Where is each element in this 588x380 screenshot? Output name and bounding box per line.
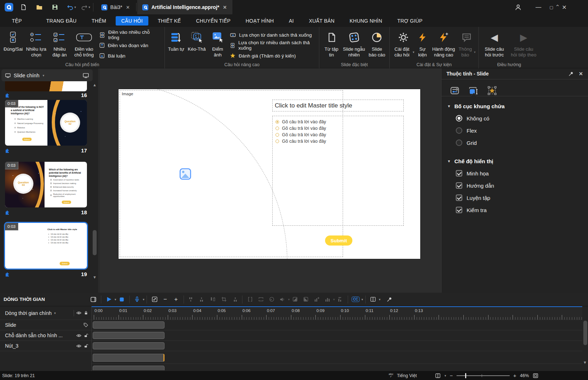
slide-thumbnail-19-selected[interactable]: 0:03 Click to edit Master title style Gõ… — [5, 223, 87, 269]
checkbox-icon[interactable] — [456, 194, 462, 201]
sidebar-scrollbar-thumb[interactable] — [93, 230, 97, 255]
document-tab-artificial-intelligence[interactable]: Artificial Intelligence.approj* ✕ — [137, 0, 232, 14]
master-slide-selector[interactable]: Slide chính ▾ — [1, 69, 93, 81]
radio-icon[interactable] — [456, 115, 462, 122]
save-icon[interactable] — [50, 2, 60, 13]
radio-icon[interactable] — [276, 127, 279, 130]
image-placeholder-icon[interactable] — [179, 168, 192, 180]
minimize-button[interactable]: — — [532, 2, 545, 12]
visibility-eye-icon[interactable] — [76, 343, 82, 349]
lock-icon[interactable] — [84, 311, 88, 315]
pin-icon[interactable] — [568, 71, 574, 77]
menu-hoat-hinh[interactable]: HOẠT HÌNH — [238, 16, 282, 26]
menu-tro-giup[interactable]: TRỢ GIÚP — [390, 16, 430, 26]
slide-thumbnail-16[interactable] — [5, 81, 87, 91]
new-document-icon[interactable] — [18, 2, 29, 13]
redo-caret-icon[interactable]: ▾ — [89, 5, 91, 9]
layout-option-none[interactable]: Không có — [456, 115, 588, 122]
sequence-button[interactable]: Tuần tự — [168, 30, 185, 52]
answer-option-2[interactable]: Gõ câu trả lời vào đây — [276, 125, 401, 132]
close-tab-icon[interactable]: ✕ — [125, 5, 131, 10]
radio-icon[interactable] — [276, 133, 279, 137]
display-option-tutorial[interactable]: Hướng dẫn — [456, 182, 588, 189]
display-option-demonstration[interactable]: Minh họa — [456, 170, 588, 177]
undo-caret-icon[interactable]: ▾ — [74, 5, 76, 9]
menu-them[interactable]: THÊM — [84, 16, 114, 26]
microphone-caret[interactable]: ▾ — [143, 298, 145, 301]
multiple-choice-button[interactable]: Nhiều lựa chọn — [25, 30, 47, 58]
unlock-icon[interactable] — [84, 333, 88, 338]
fit-to-window-icon[interactable] — [533, 373, 538, 379]
timeline-pin-icon[interactable] — [385, 295, 394, 304]
layout-option-flex[interactable]: Flex — [456, 127, 588, 134]
zoom-slider-handle[interactable] — [465, 373, 466, 378]
zoom-in-button[interactable]: + — [513, 372, 517, 379]
menu-thiet-ke[interactable]: THIẾT KẾ — [150, 16, 188, 26]
closed-caption-caret[interactable]: ▾ — [361, 298, 363, 301]
layout-option-grid[interactable]: Grid — [456, 139, 588, 146]
radio-icon[interactable] — [456, 139, 462, 146]
closed-caption-button[interactable]: CC — [351, 295, 360, 304]
document-tab-bai3[interactable]: Bài3* ✕ — [96, 0, 135, 14]
timeline-object-bar-selected[interactable] — [93, 354, 165, 362]
track-row-button3[interactable]: Nút_3 — [0, 341, 91, 351]
tab-interactivity[interactable] — [449, 85, 460, 96]
collapse-ribbon-icon[interactable]: ⌃ — [555, 4, 560, 10]
zoom-in-timeline-icon[interactable]: + — [171, 295, 181, 304]
slide-thumbnail-18[interactable]: 0:03 Question03 Which of the following a… — [5, 162, 87, 207]
checkbox-icon[interactable] — [456, 182, 462, 189]
collapse-triangle-icon[interactable]: ▼ — [447, 160, 451, 163]
scroll-down-icon[interactable]: ▼ — [93, 275, 97, 279]
visibility-eye-icon[interactable] — [76, 310, 82, 316]
timeline-object-bar[interactable] — [93, 366, 165, 370]
drag-drop-button[interactable]: Kéo-Thả — [186, 30, 208, 52]
fit-timeline-icon[interactable] — [150, 295, 159, 304]
visibility-eye-icon[interactable] — [76, 333, 82, 338]
display-icon[interactable] — [83, 72, 89, 79]
menu-trang-dau[interactable]: TRANG ĐẦU — [39, 16, 84, 26]
slide-editor[interactable]: Image Click to edit Master title style G… — [119, 89, 420, 259]
pan-zoom-caret[interactable]: ▾ — [379, 298, 381, 301]
menu-cau-hoi[interactable]: CÂU HỎI — [116, 16, 149, 26]
timeline-select-caret[interactable]: ▾ — [54, 311, 56, 315]
zoom-slider[interactable] — [457, 373, 510, 378]
timeline-tracks-area[interactable] — [92, 320, 582, 371]
pan-zoom-icon[interactable] — [369, 295, 378, 304]
language-indicator[interactable]: Tiếng Việt — [397, 373, 417, 378]
rating-survey-button[interactable]: Đánh giá (Thăm dò ý kiến) — [230, 52, 316, 59]
display-option-practice[interactable]: Luyện tập — [456, 194, 588, 201]
timeline-scrollbar-thumb[interactable] — [583, 321, 587, 345]
track-row-image-placeholder[interactable]: Chỗ dành sẵn cho hình ... — [0, 330, 91, 341]
radio-icon[interactable] — [456, 127, 462, 134]
redo-button[interactable] — [80, 2, 88, 13]
report-slide-button[interactable]: Slide báo cáo — [367, 30, 386, 58]
record-microphone-button[interactable] — [133, 295, 142, 304]
close-tab-icon[interactable]: ✕ — [222, 5, 227, 10]
advanced-actions-button[interactable]: Hành động nâng cao — [431, 30, 457, 58]
submit-button[interactable]: Submit — [325, 235, 352, 246]
tab-animation[interactable] — [487, 85, 497, 96]
radio-icon[interactable] — [276, 120, 279, 124]
title-placeholder[interactable]: Click to edit Master title style — [272, 100, 404, 111]
track-row-slide[interactable]: Slide — [0, 320, 91, 330]
collapse-triangle-icon[interactable]: ▼ — [447, 105, 451, 108]
play-options-caret[interactable]: ▾ — [115, 298, 116, 301]
answer-option-4[interactable]: Gõ câu trả lời vào đây — [276, 138, 401, 145]
slide-thumbnail-17[interactable]: 0:03 Question02 Which of the following i… — [5, 100, 87, 146]
from-file-button[interactable]: Từ tập tin — [322, 30, 341, 58]
timeline-object-bar[interactable] — [93, 321, 165, 329]
preview-mode-caret[interactable]: ▾ — [445, 374, 446, 377]
select-dropdown-button[interactable]: Lựa chọn từ danh sách thả xuống — [230, 31, 316, 38]
open-folder-icon[interactable] — [34, 2, 45, 13]
account-icon[interactable] — [513, 2, 523, 13]
close-panel-icon[interactable]: ✕ — [579, 71, 583, 77]
event-button[interactable]: Sự kiện — [416, 30, 429, 58]
timeline-ruler[interactable]: 0:00 0:01 0:02 0:03 0:04 0:05 0:06 0:07 … — [92, 306, 582, 320]
menu-ai[interactable]: AI — [281, 16, 301, 26]
zoom-out-timeline-icon[interactable]: − — [161, 295, 170, 304]
random-slide-button[interactable]: Slide ngẫu nhiên — [342, 30, 366, 58]
zoom-out-button[interactable]: − — [450, 372, 453, 379]
spell-check-icon[interactable]: abc✓ — [389, 373, 393, 378]
fill-multiple-blanks-button[interactable]: Điền vào nhiều chỗ trống — [99, 31, 162, 38]
hotspot-button[interactable]: Điểm ảnh — [209, 30, 227, 58]
